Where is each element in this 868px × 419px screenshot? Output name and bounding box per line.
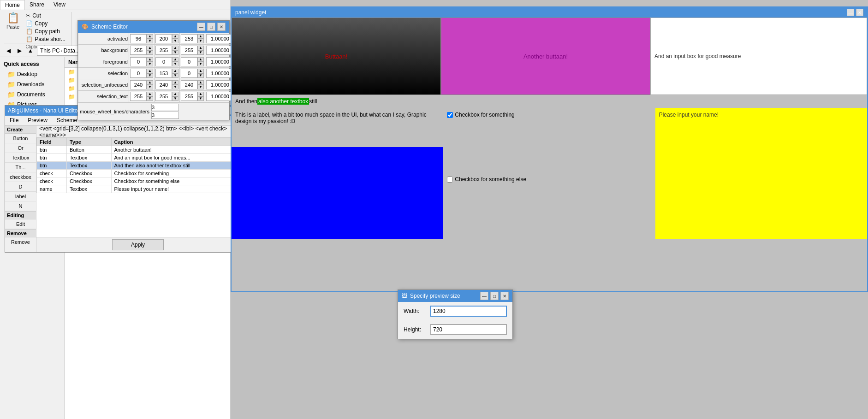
scheme-r-input-4[interactable]	[130, 80, 147, 89]
scheme-g-input-2[interactable]	[155, 57, 172, 66]
scheme-r-up-5[interactable]: ▲	[147, 92, 153, 96]
panel-button1[interactable]: Buttaan!	[232, 18, 441, 95]
scheme-r-up-0[interactable]: ▲	[147, 34, 153, 39]
forward-button[interactable]: ▶	[15, 46, 24, 55]
widget-checkbox-btn[interactable]: checkbox	[5, 172, 36, 182]
scheme-b-up-2[interactable]: ▲	[197, 57, 204, 62]
apply-button[interactable]: Apply	[112, 239, 164, 250]
scheme-g-up-0[interactable]: ▲	[172, 34, 178, 39]
scheme-b-up-1[interactable]: ▲	[197, 46, 204, 50]
tab-view[interactable]: View	[49, 0, 70, 10]
scheme-r-down-4[interactable]: ▼	[147, 85, 153, 89]
preview-minimize-button[interactable]: —	[480, 292, 488, 300]
up-button[interactable]: ▲	[26, 46, 35, 55]
width-input[interactable]	[430, 306, 507, 317]
paste-button[interactable]: 📋 Paste	[4, 12, 22, 30]
widget-button-btn[interactable]: Button	[5, 134, 36, 143]
scheme-b-down-4[interactable]: ▼	[197, 85, 204, 89]
scheme-maximize-button[interactable]: □	[207, 23, 215, 31]
tab-home[interactable]: Home	[0, 0, 25, 10]
scheme-alpha-input-5[interactable]	[206, 92, 234, 101]
scheme-r-input-2[interactable]	[130, 57, 147, 66]
scheme-g-input-3[interactable]	[155, 69, 172, 78]
checkbox1-input[interactable]	[447, 112, 453, 118]
widget-n[interactable]: N	[5, 201, 36, 211]
scheme-b-down-2[interactable]: ▼	[197, 62, 204, 66]
scheme-g-up-2[interactable]: ▲	[172, 57, 178, 62]
scheme-g-down-2[interactable]: ▼	[172, 62, 178, 66]
table-row[interactable]: name Textbox Please input your name!	[37, 185, 239, 193]
scheme-b-down-1[interactable]: ▼	[197, 50, 204, 55]
scheme-b-input-1[interactable]	[181, 46, 197, 55]
scheme-r-input-5[interactable]	[130, 92, 147, 101]
scheme-g-down-0[interactable]: ▼	[172, 39, 178, 43]
sidebar-item-downloads[interactable]: 📁 Downloads	[0, 79, 64, 89]
scheme-alpha-input-0[interactable]	[206, 34, 234, 43]
widget-textbox-btn[interactable]: Textbox	[5, 153, 36, 163]
scheme-alpha-input-4[interactable]	[206, 80, 234, 89]
copy-path-button[interactable]: 📋 Copy path	[24, 28, 67, 35]
scheme-alpha-input-2[interactable]	[206, 57, 234, 66]
back-button[interactable]: ◀	[4, 46, 13, 55]
sidebar-item-desktop[interactable]: 📁 Desktop	[0, 69, 64, 79]
scheme-g-up-5[interactable]: ▲	[172, 92, 178, 96]
nana-edit-button[interactable]: Edit	[5, 219, 36, 229]
mouse-wheel-lines-input[interactable]	[151, 104, 179, 111]
nana-remove-button[interactable]: Remove	[5, 237, 36, 247]
copy-button[interactable]: 📄 Copy	[24, 20, 67, 27]
sidebar-item-documents[interactable]: 📁 Documents	[0, 89, 64, 100]
scheme-g-down-5[interactable]: ▼	[172, 96, 178, 101]
mouse-wheel-chars-input[interactable]	[151, 112, 179, 119]
scheme-g-input-5[interactable]	[155, 92, 172, 101]
cut-button[interactable]: ✂ Cut	[24, 12, 67, 19]
widget-label-btn[interactable]: label	[5, 192, 36, 201]
scheme-g-input-1[interactable]	[155, 46, 172, 55]
scheme-r-down-3[interactable]: ▼	[147, 73, 153, 78]
scheme-g-input-4[interactable]	[155, 80, 172, 89]
scheme-r-down-1[interactable]: ▼	[147, 50, 153, 55]
preview-close-button[interactable]: ✕	[500, 292, 509, 300]
nana-menu-file[interactable]: File	[5, 116, 23, 125]
scheme-r-up-1[interactable]: ▲	[147, 46, 153, 50]
scheme-g-up-4[interactable]: ▲	[172, 80, 178, 85]
scheme-b-down-0[interactable]: ▼	[197, 39, 204, 43]
scheme-b-input-4[interactable]	[181, 80, 197, 89]
tab-share[interactable]: Share	[25, 0, 49, 10]
scheme-b-input-2[interactable]	[181, 57, 197, 66]
scheme-b-down-5[interactable]: ▼	[197, 96, 204, 101]
preview-maximize-button[interactable]: □	[490, 292, 499, 300]
scheme-b-up-5[interactable]: ▲	[197, 92, 204, 96]
scheme-g-down-3[interactable]: ▼	[172, 73, 178, 78]
height-input[interactable]	[430, 324, 507, 335]
scheme-b-down-3[interactable]: ▼	[197, 73, 204, 78]
table-row[interactable]: btn Textbox And an input box for good me…	[37, 154, 239, 162]
scheme-r-up-2[interactable]: ▲	[147, 57, 153, 62]
scheme-g-input-0[interactable]	[155, 34, 172, 43]
scheme-r-down-0[interactable]: ▼	[147, 39, 153, 43]
scheme-g-up-1[interactable]: ▲	[172, 46, 178, 50]
table-row[interactable]: check Checkbox Checkbox for something el…	[37, 177, 239, 185]
scheme-b-input-3[interactable]	[181, 69, 197, 78]
nana-menu-preview[interactable]: Preview	[23, 116, 52, 125]
scheme-r-input-3[interactable]	[130, 69, 147, 78]
scheme-b-up-0[interactable]: ▲	[197, 34, 204, 39]
panel-button2[interactable]: Another buttaan!	[441, 18, 650, 95]
panel-minimize-button[interactable]: —	[847, 9, 854, 16]
scheme-b-up-4[interactable]: ▲	[197, 80, 204, 85]
scheme-alpha-input-1[interactable]	[206, 46, 234, 55]
scheme-r-down-5[interactable]: ▼	[147, 96, 153, 101]
scheme-close-button[interactable]: ✕	[217, 23, 226, 31]
scheme-g-up-3[interactable]: ▲	[172, 69, 178, 73]
panel-close-button[interactable]: ✕	[856, 9, 863, 16]
table-row[interactable]: btn Textbox And then also another textbo…	[37, 162, 239, 170]
scheme-r-input-1[interactable]	[130, 46, 147, 55]
scheme-r-down-2[interactable]: ▼	[147, 62, 153, 66]
table-row[interactable]: check Checkbox Checkbox for something	[37, 170, 239, 177]
scheme-b-input-0[interactable]	[181, 34, 197, 43]
paste-shortcut-button[interactable]: 📋 Paste shor...	[24, 35, 67, 43]
scheme-g-down-1[interactable]: ▼	[172, 50, 178, 55]
scheme-r-up-4[interactable]: ▲	[147, 80, 153, 85]
widget-th[interactable]: Th...	[5, 163, 36, 172]
scheme-g-down-4[interactable]: ▼	[172, 85, 178, 89]
scheme-b-input-5[interactable]	[181, 92, 197, 101]
